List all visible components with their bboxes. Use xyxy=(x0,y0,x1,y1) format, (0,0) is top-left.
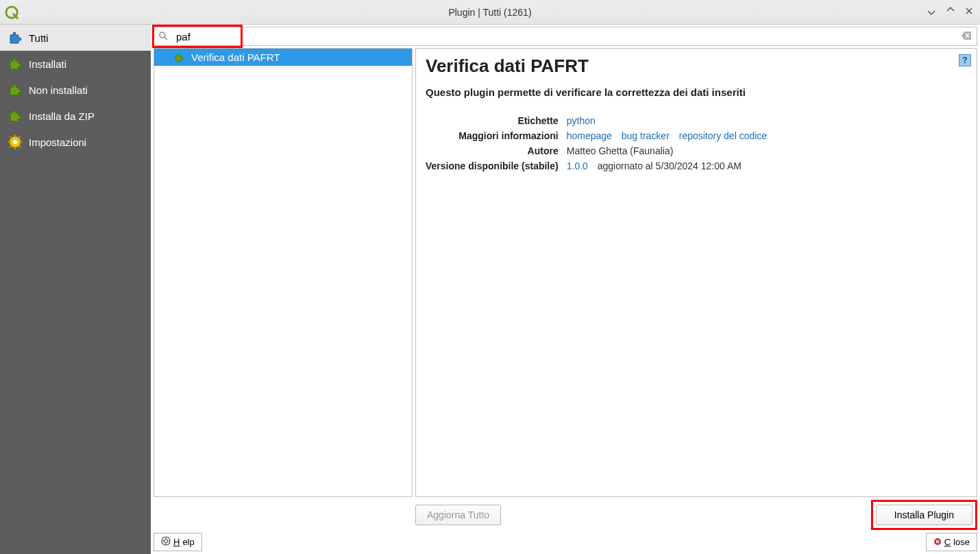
sidebar-item-installed[interactable]: Installati xyxy=(0,51,151,77)
tag-link[interactable]: python xyxy=(567,115,596,126)
close-icon[interactable] xyxy=(965,6,973,18)
author-label: Autore xyxy=(426,143,567,158)
sidebar-item-label: Installa da ZIP xyxy=(29,110,95,122)
sidebar-item-install-zip[interactable]: Installa da ZIP xyxy=(0,103,151,129)
svg-point-2 xyxy=(13,140,17,144)
puzzle-zip-icon xyxy=(7,108,23,124)
highlight-install: Installa Plugin xyxy=(871,500,977,530)
author-value: Matteo Ghetta (Faunalia) xyxy=(567,143,774,158)
close-red-icon xyxy=(933,538,942,547)
homepage-link[interactable]: homepage xyxy=(567,130,612,141)
version-updated: aggiornato al 5/30/2024 12:00 AM xyxy=(595,160,742,171)
sidebar-item-label: Impostazioni xyxy=(29,136,86,148)
bugtracker-link[interactable]: bug tracker xyxy=(622,130,670,141)
search-input[interactable] xyxy=(172,29,956,44)
help-life-ring-icon xyxy=(161,536,171,548)
sidebar: Tutti Installati Non installati Installa… xyxy=(0,25,151,554)
version-label: Versione disponibile (stabile) xyxy=(426,158,567,173)
plugin-description: Questo plugin permette di verificare la … xyxy=(426,86,967,98)
result-item-label: Verifica dati PAFRT xyxy=(191,51,280,63)
svg-line-8 xyxy=(19,145,21,147)
svg-line-12 xyxy=(164,37,167,40)
tags-label: Etichette xyxy=(426,113,567,128)
maximize-icon[interactable] xyxy=(946,6,955,18)
search-box xyxy=(154,27,977,46)
result-item[interactable]: Verifica dati PAFRT xyxy=(154,49,412,66)
install-plugin-button[interactable]: Installa Plugin xyxy=(876,505,972,525)
repository-link[interactable]: repository del codice xyxy=(679,130,767,141)
sidebar-item-not-installed[interactable]: Non installati xyxy=(0,77,151,103)
results-panel: Verifica dati PAFRT xyxy=(154,48,413,497)
help-icon[interactable]: ? xyxy=(959,54,971,67)
sidebar-item-label: Non installati xyxy=(29,84,88,96)
titlebar: Plugin | Tutti (1261) xyxy=(0,0,980,25)
close-button[interactable]: Close xyxy=(926,533,977,551)
sidebar-item-all[interactable]: Tutti xyxy=(0,25,151,51)
svg-line-9 xyxy=(10,145,12,147)
help-button[interactable]: Help xyxy=(154,533,202,551)
sidebar-item-label: Installati xyxy=(29,58,66,70)
svg-point-14 xyxy=(164,540,168,543)
sidebar-item-label: Tutti xyxy=(29,32,49,44)
sidebar-item-settings[interactable]: Impostazioni xyxy=(0,129,151,155)
qgis-app-icon xyxy=(4,5,19,20)
update-all-button: Aggiorna Tutto xyxy=(415,505,501,525)
moreinfo-label: Maggiori informazioni xyxy=(426,128,567,143)
puzzle-not-installed-icon xyxy=(7,82,23,98)
window-title: Plugin | Tutti (1261) xyxy=(448,7,531,18)
svg-point-11 xyxy=(160,32,165,38)
minimize-icon[interactable] xyxy=(927,6,936,18)
clear-search-icon[interactable] xyxy=(956,32,977,42)
plugin-icon xyxy=(173,52,184,63)
detail-panel: ? Verifica dati PAFRT Questo plugin perm… xyxy=(415,48,977,497)
version-link[interactable]: 1.0.0 xyxy=(567,160,588,171)
puzzle-installed-icon xyxy=(7,56,23,72)
svg-line-10 xyxy=(19,136,21,138)
search-icon xyxy=(154,31,172,43)
gear-icon xyxy=(7,134,23,150)
svg-line-7 xyxy=(10,136,12,138)
puzzle-all-icon xyxy=(7,29,23,46)
plugin-title: Verifica dati PAFRT xyxy=(426,56,967,77)
